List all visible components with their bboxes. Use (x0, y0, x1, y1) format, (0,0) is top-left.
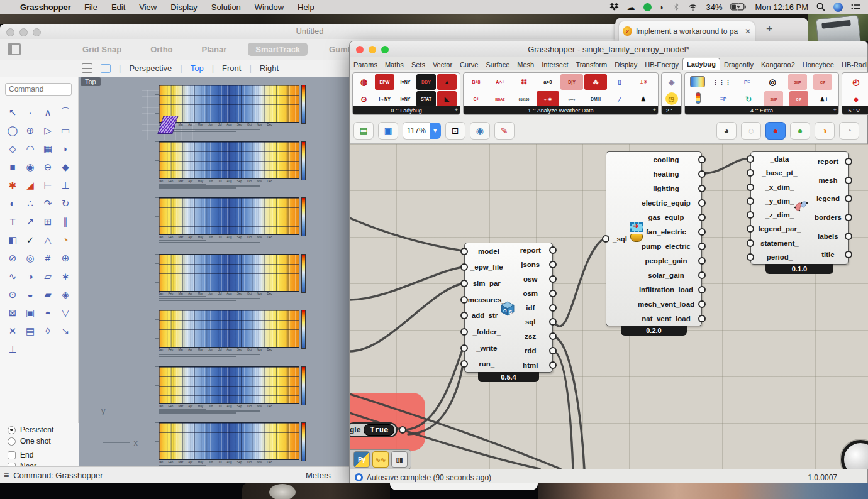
node-run-osw[interactable]: _model_epw_file_sim_par_measures_add_str… (464, 243, 553, 373)
gh-tab[interactable]: HB-Radia (838, 59, 867, 70)
component-icon[interactable]: ≡P (711, 91, 735, 107)
checkbox-end[interactable]: End (8, 451, 79, 459)
rhino-tool-icon[interactable]: △ (39, 231, 57, 249)
output-port[interactable] (549, 304, 557, 312)
display-mode-button[interactable]: ◔ (839, 122, 859, 140)
hourly-heatmap-chart[interactable]: Jan Feb Mar Apr May Jun Jul Aug Sep Oct … (151, 366, 314, 415)
gh-tab[interactable]: Surface (482, 59, 513, 70)
rhino-tool-icon[interactable]: ⊙ (4, 285, 21, 304)
hourly-heatmap-chart[interactable]: Jan Feb Mar Apr May Jun Jul Aug Sep Oct … (151, 254, 314, 302)
rhino-tool-icon[interactable]: ⊥ (4, 340, 21, 358)
component-icon[interactable]: ▲ (437, 74, 457, 90)
rhino-tool-icon[interactable]: # (39, 249, 57, 267)
component-icon[interactable]: ◎ (760, 74, 784, 90)
input-port[interactable] (460, 360, 468, 368)
component-icon[interactable]: I→NY (375, 91, 394, 107)
rhino-tool-icon[interactable]: ∿ (4, 267, 21, 285)
gh-tab[interactable]: Dragonfly (720, 59, 757, 70)
group-label-bar[interactable]: 1 :: Analyze Weather Data+ (464, 106, 658, 114)
rhino-tool-icon[interactable]: ◇ (4, 140, 21, 158)
chevron-down-icon[interactable]: ▼ (430, 123, 441, 139)
gh-tab[interactable]: Maths (381, 59, 408, 70)
menu-file[interactable]: File (77, 3, 104, 12)
rhino-tool-icon[interactable]: ◔ (57, 231, 74, 249)
rhino-tool-icon[interactable]: ◠ (21, 140, 39, 158)
rhino-tool-icon[interactable]: ▽ (57, 304, 74, 322)
rhino-titlebar[interactable]: Untitled (0, 24, 620, 39)
component-icon[interactable]: A∴+ (489, 74, 511, 90)
component-icon[interactable]: 010100 (513, 91, 535, 107)
component-icon[interactable]: C|F (813, 74, 832, 90)
group-label-bar[interactable]: 5 : V... (842, 106, 868, 114)
evernote-icon[interactable]: ◗ (660, 3, 665, 12)
radio-persistent[interactable]: Persistent (8, 425, 79, 434)
rhino-tool-icon[interactable]: ◑ (21, 267, 39, 285)
rhino-tool-icon[interactable]: ✱ (4, 176, 21, 194)
output-port[interactable] (698, 300, 706, 308)
group-label-bar[interactable]: 4 :: Extra+ (685, 106, 838, 114)
gh-tab[interactable]: Mesh (513, 59, 538, 70)
radio-one-shot[interactable]: One shot (8, 437, 79, 446)
hourly-heatmap-chart[interactable]: Jan Feb Mar Apr May Jun Jul Aug Sep Oct … (151, 422, 314, 466)
rhino-tool-icon[interactable]: ◧ (4, 231, 21, 249)
component-icon[interactable]: ◍ (354, 74, 374, 90)
component-icon[interactable]: ∘—∘ (560, 91, 583, 107)
rhino-mode-toggle[interactable]: SmartTrack (248, 43, 308, 56)
component-icon[interactable]: ♟+ (812, 91, 836, 107)
component-icon[interactable]: ⋮⋮⋮ (710, 74, 734, 90)
gh-tab[interactable]: HB-Energy (641, 59, 682, 70)
rhino-tool-icon[interactable]: ⊞ (39, 212, 57, 231)
output-port[interactable] (845, 177, 852, 184)
output-port[interactable] (549, 332, 557, 340)
rhino-tool-icon[interactable]: ◆ (57, 158, 74, 176)
menu-view[interactable]: View (132, 3, 164, 12)
component-icon[interactable]: ⊙ (354, 91, 374, 107)
component-icon[interactable]: ◣ (437, 91, 457, 107)
output-port[interactable] (698, 214, 706, 221)
display-mode-button[interactable]: ◑ (815, 122, 835, 140)
output-port[interactable] (549, 275, 557, 283)
component-icon[interactable]: ▯▮ (391, 451, 408, 468)
input-port[interactable] (747, 253, 754, 261)
component-icon[interactable]: ● (843, 91, 868, 107)
node-hourly-plot[interactable]: _data_base_pt__x_dim__y_dim__z_dim_legen… (750, 151, 849, 265)
component-icon[interactable]: ◈ (663, 74, 680, 90)
output-port[interactable] (698, 199, 706, 207)
rhino-tool-icon[interactable]: ∧ (39, 103, 57, 121)
rhino-tool-icon[interactable]: ↻ (57, 194, 74, 212)
input-port[interactable] (747, 239, 754, 247)
skitch-icon[interactable] (643, 3, 652, 11)
open-file-button[interactable]: ▤ (353, 122, 374, 140)
sketch-tool-button[interactable]: ✎ (494, 122, 515, 140)
gh-tab[interactable]: Curve (456, 59, 482, 70)
rhino-mode-toggle[interactable]: Ortho (143, 43, 180, 56)
radio-icon[interactable] (8, 437, 16, 446)
input-port[interactable] (747, 169, 754, 177)
output-port[interactable] (698, 257, 706, 265)
rhino-tool-icon[interactable]: ↘ (57, 322, 74, 340)
gh-tab[interactable]: Honeybee (799, 59, 838, 70)
checkbox-near[interactable]: Near (8, 462, 79, 466)
zoom-level[interactable]: 117% (403, 122, 430, 140)
display-mode-button[interactable]: ◌ (741, 122, 761, 140)
output-port[interactable] (399, 426, 406, 434)
tab-close-icon[interactable]: ✕ (745, 27, 751, 36)
input-port[interactable] (460, 296, 468, 304)
active-app-menu[interactable]: Grasshopper (20, 3, 71, 12)
input-port[interactable] (747, 211, 754, 219)
output-port[interactable] (698, 185, 706, 192)
spotlight-icon[interactable] (816, 3, 825, 11)
component-icon[interactable]: Py (353, 451, 370, 468)
component-icon[interactable]: EPW (375, 74, 394, 90)
siri-icon[interactable] (833, 3, 843, 12)
rhino-tool-icon[interactable]: T (4, 212, 21, 231)
rhino-tool-icon[interactable]: ◉ (21, 158, 39, 176)
input-port[interactable] (602, 235, 609, 243)
hourly-heatmap-chart[interactable]: Jan Feb Mar Apr May Jun Jul Aug Sep Oct … (151, 141, 314, 190)
output-port[interactable] (549, 361, 557, 369)
display-mode-button[interactable]: ● (765, 122, 786, 140)
gh-tab[interactable]: Transform (572, 59, 611, 70)
units-button[interactable]: Meters (306, 471, 331, 480)
component-icon[interactable] (696, 92, 701, 104)
rhino-tool-icon[interactable]: ▣ (21, 304, 39, 322)
